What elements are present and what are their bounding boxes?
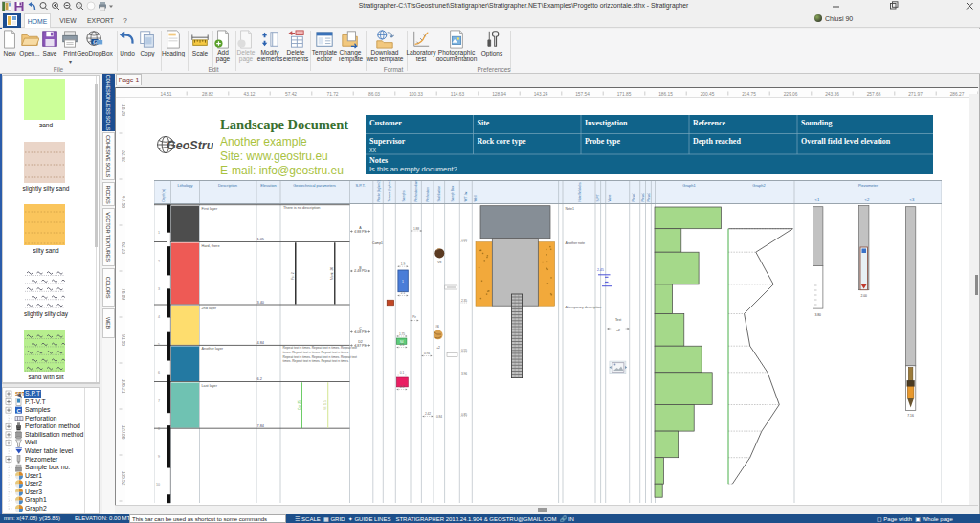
- svg-text:Samples: Samples: [402, 190, 406, 201]
- svg-text:2.1: 2.1: [401, 291, 406, 295]
- svg-text:Stabilisation: Stabilisation: [437, 186, 441, 202]
- svg-text:8: 8: [158, 427, 160, 431]
- svg-text:200.45: 200.45: [701, 92, 715, 97]
- svg-text:Mont: 30: Mont: 30: [330, 267, 334, 280]
- svg-text:Vane: Vane: [608, 194, 612, 201]
- svg-text:Overall field level elevation: Overall field level elevation: [801, 137, 891, 146]
- svg-text:Note/Field obs.: Note/Field obs.: [578, 182, 582, 202]
- svg-text:<1: <1: [815, 197, 820, 202]
- svg-text:Torvane (kg/cm2): Torvane (kg/cm2): [388, 180, 391, 202]
- svg-text:Test: Test: [615, 318, 621, 322]
- svg-text:1: 1: [402, 280, 404, 284]
- svg-text:143.24: 143.24: [534, 92, 548, 97]
- svg-text:Fs: 2: Fs: 2: [291, 272, 295, 280]
- svg-text:Perforation: Perforation: [426, 187, 430, 201]
- svg-text:10: 10: [156, 483, 160, 487]
- svg-text:times. Repeat text n times. Re: times. Repeat text n times. Repeat text …: [283, 359, 349, 363]
- svg-text:G: G: [93, 39, 97, 45]
- svg-text:1.9: 1.9: [401, 262, 406, 266]
- svg-text:+2: +2: [616, 329, 620, 332]
- svg-text:<3: <3: [910, 197, 915, 202]
- svg-text:#6: #6: [435, 325, 439, 329]
- svg-text:214.75: 214.75: [742, 92, 756, 97]
- svg-text:3: 3: [158, 287, 160, 291]
- svg-text:Piezo1: Piezo1: [632, 193, 635, 202]
- svg-text:Reference: Reference: [693, 119, 726, 127]
- svg-text:Lithology: Lithology: [177, 183, 192, 188]
- svg-text:2.88 PS: 2.88 PS: [354, 230, 367, 234]
- svg-text:times. Repeat text n times. Re: times. Repeat text n times. Repeat text …: [283, 351, 349, 354]
- svg-text:Depth (m): Depth (m): [162, 189, 166, 202]
- svg-text:S.P.T: S.P.T: [596, 194, 600, 201]
- svg-text:A temporary description: A temporary description: [566, 306, 602, 309]
- svg-text:128.94: 128.94: [492, 92, 506, 97]
- svg-text:Vt: 1.5: Vt: 1.5: [323, 400, 327, 410]
- svg-text:Pz: Pz: [412, 315, 416, 319]
- svg-text:There is no description: There is no description: [283, 206, 320, 210]
- svg-text:3.80: 3.80: [814, 313, 821, 317]
- svg-text:Another layer: Another layer: [202, 347, 224, 351]
- svg-text:5: 5: [158, 343, 160, 347]
- svg-text:Probe type: Probe type: [585, 137, 620, 146]
- svg-text:Well: Well: [474, 195, 478, 201]
- svg-text:Cu: 25: Cu: 25: [298, 400, 301, 410]
- svg-text:Camp1: Camp1: [372, 241, 383, 245]
- svg-text:Piezo3: Piezo3: [647, 193, 651, 202]
- svg-text:0.55: 0.55: [461, 349, 467, 352]
- svg-text:2nd layer: 2nd layer: [202, 307, 217, 310]
- svg-text:243.36: 243.36: [825, 92, 839, 97]
- svg-text:229.06: 229.06: [784, 92, 798, 97]
- svg-text:S.P.T.: S.P.T.: [355, 183, 365, 188]
- svg-text:Repeat text n times. Repeat te: Repeat text n times. Repeat text n times…: [283, 346, 357, 350]
- svg-text:157.54: 157.54: [575, 92, 590, 97]
- svg-text:Pocket (kg/cm2): Pocket (kg/cm2): [377, 180, 381, 201]
- svg-text:114.63: 114.63: [451, 92, 465, 97]
- svg-text:0.85: 0.85: [461, 413, 467, 417]
- svg-text:0.84: 0.84: [436, 415, 442, 419]
- svg-text:2-45: 2-45: [597, 268, 604, 272]
- svg-text:Graph1: Graph1: [682, 183, 696, 188]
- svg-text:0.3: 0.3: [400, 385, 405, 389]
- svg-text:Rock core type: Rock core type: [478, 137, 526, 146]
- svg-text:0.5: 0.5: [400, 343, 405, 347]
- svg-text:2.35: 2.35: [461, 299, 467, 303]
- svg-text:271.97: 271.97: [908, 92, 923, 97]
- svg-text:14.51: 14.51: [160, 92, 171, 97]
- svg-text:GeoStru: GeoStru: [167, 139, 213, 152]
- svg-text:7.16: 7.16: [907, 414, 914, 418]
- svg-text:Perforation diam.: Perforation diam.: [414, 180, 418, 202]
- svg-text:Investigation: Investigation: [585, 119, 628, 127]
- svg-text:Elevation: Elevation: [260, 183, 276, 188]
- svg-text:100.33: 100.33: [409, 92, 423, 97]
- svg-text:28.82: 28.82: [202, 92, 213, 97]
- svg-text:Customer: Customer: [369, 119, 402, 127]
- svg-text:Hard, there: Hard, there: [202, 244, 220, 248]
- svg-text:Note1: Note1: [566, 207, 575, 211]
- svg-text:7: 7: [158, 399, 160, 403]
- svg-text:W.T. lev.: W.T. lev.: [464, 191, 468, 202]
- svg-text:0.94: 0.94: [424, 352, 430, 355]
- svg-text:6: 6: [158, 371, 160, 375]
- svg-text:1.05: 1.05: [461, 239, 467, 242]
- svg-text:<2: <2: [865, 197, 870, 202]
- svg-text:Last layer: Last layer: [202, 384, 218, 388]
- svg-text:Piezometer: Piezometer: [858, 183, 879, 188]
- svg-text:xx: xx: [369, 147, 377, 153]
- svg-text:2.42: 2.42: [425, 412, 431, 416]
- svg-text:Sample Box: Sample Box: [451, 185, 455, 201]
- svg-text:57.42: 57.42: [285, 92, 297, 97]
- svg-text:3.96: 3.96: [461, 372, 467, 375]
- svg-text:186.15: 186.15: [658, 92, 673, 97]
- svg-text:Geotechnical parameters: Geotechnical parameters: [293, 183, 336, 188]
- svg-text:6.2: 6.2: [257, 377, 262, 381]
- svg-text:7.84: 7.84: [257, 424, 264, 428]
- svg-text:Repeat text n times. Repeat te: Repeat text n times. Repeat text n times…: [283, 355, 357, 359]
- svg-text:2: 2: [158, 260, 160, 263]
- svg-text:4.08 PS: 4.08 PS: [354, 330, 367, 334]
- svg-text:71.72: 71.72: [326, 92, 338, 97]
- svg-text:2.00: 2.00: [860, 294, 867, 298]
- svg-text:4.84: 4.84: [257, 341, 264, 345]
- svg-text:1: 1: [158, 231, 160, 235]
- svg-text:Piezo2: Piezo2: [641, 193, 645, 202]
- svg-text:C: C: [17, 408, 22, 414]
